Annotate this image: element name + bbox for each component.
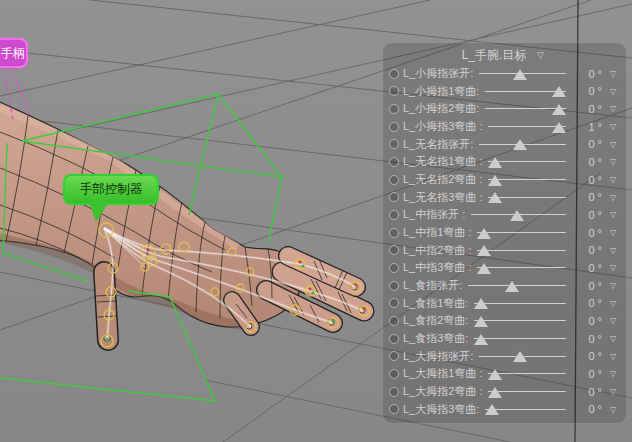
dropdown-caret-icon[interactable]: ▽ — [606, 193, 620, 202]
slider-value[interactable]: 1 ° — [572, 121, 602, 133]
slider-value[interactable]: 0 ° — [572, 191, 602, 203]
handle-tag[interactable]: 手柄 — [0, 38, 28, 68]
slider-value[interactable]: 0 ° — [572, 209, 602, 221]
slider-handle-icon[interactable] — [477, 245, 491, 256]
slider-value[interactable]: 0 ° — [572, 280, 602, 292]
slider-track[interactable] — [488, 367, 566, 381]
dropdown-caret-icon[interactable]: ▽ — [606, 210, 620, 219]
record-dot[interactable] — [389, 387, 399, 397]
dropdown-caret-icon[interactable]: ▽ — [606, 299, 620, 308]
slider-handle-icon[interactable] — [488, 192, 502, 203]
slider-value[interactable]: 0 ° — [572, 227, 602, 239]
slider-track[interactable] — [485, 402, 566, 416]
dropdown-caret-icon[interactable]: ▽ — [606, 69, 620, 78]
slider-handle-icon[interactable] — [485, 404, 499, 415]
record-dot[interactable] — [389, 281, 399, 291]
slider-track[interactable] — [474, 296, 566, 310]
slider-track[interactable] — [474, 332, 566, 346]
slider-handle-icon[interactable] — [488, 369, 502, 380]
slider-track[interactable] — [477, 261, 566, 275]
slider-value[interactable]: 0 ° — [572, 156, 602, 168]
record-dot[interactable] — [389, 86, 399, 96]
dropdown-caret-icon[interactable]: ▽ — [606, 405, 620, 414]
slider-track[interactable] — [479, 137, 566, 151]
hud-title-caret-icon[interactable]: ▽ — [533, 50, 547, 60]
slider-value[interactable]: 0 ° — [572, 386, 602, 398]
dropdown-caret-icon[interactable]: ▽ — [606, 87, 620, 96]
record-dot[interactable] — [389, 139, 399, 149]
slider-value[interactable]: 0 ° — [572, 68, 602, 80]
record-dot[interactable] — [389, 404, 399, 414]
slider-track[interactable] — [479, 349, 566, 363]
record-dot[interactable] — [389, 175, 399, 185]
dropdown-caret-icon[interactable]: ▽ — [606, 263, 620, 272]
dropdown-caret-icon[interactable]: ▽ — [606, 228, 620, 237]
record-dot[interactable] — [389, 263, 399, 273]
slider-value[interactable]: 0 ° — [572, 368, 602, 380]
slider-handle-icon[interactable] — [510, 210, 524, 221]
slider-track[interactable] — [485, 84, 566, 98]
record-dot[interactable] — [389, 351, 399, 361]
slider-handle-icon[interactable] — [474, 334, 488, 345]
record-dot[interactable] — [389, 228, 399, 238]
dropdown-caret-icon[interactable]: ▽ — [606, 175, 620, 184]
slider-value[interactable]: 0 ° — [572, 350, 602, 362]
slider-track[interactable] — [488, 120, 566, 134]
dropdown-caret-icon[interactable]: ▽ — [606, 334, 620, 343]
slider-value[interactable]: 0 ° — [572, 403, 602, 415]
slider-handle-icon[interactable] — [513, 69, 527, 80]
record-dot[interactable] — [389, 122, 399, 132]
dropdown-caret-icon[interactable]: ▽ — [606, 157, 620, 166]
slider-value[interactable]: 0 ° — [572, 333, 602, 345]
slider-track[interactable] — [477, 243, 566, 257]
record-dot[interactable] — [389, 192, 399, 202]
slider-handle-icon[interactable] — [474, 316, 488, 327]
slider-handle-icon[interactable] — [488, 175, 502, 186]
slider-track[interactable] — [479, 67, 566, 81]
record-dot[interactable] — [389, 334, 399, 344]
slider-value[interactable]: 0 ° — [572, 297, 602, 309]
hud-title-bar[interactable]: L_手腕.目标 ▽ — [383, 45, 626, 65]
slider-value[interactable]: 0 ° — [572, 103, 602, 115]
slider-track[interactable] — [488, 173, 566, 187]
slider-value[interactable]: 0 ° — [572, 244, 602, 256]
slider-track[interactable] — [488, 155, 566, 169]
dropdown-caret-icon[interactable]: ▽ — [606, 140, 620, 149]
slider-value[interactable]: 0 ° — [572, 138, 602, 150]
dropdown-caret-icon[interactable]: ▽ — [606, 316, 620, 325]
slider-handle-icon[interactable] — [552, 86, 566, 97]
slider-handle-icon[interactable] — [477, 228, 491, 239]
record-dot[interactable] — [389, 369, 399, 379]
slider-handle-icon[interactable] — [505, 281, 519, 292]
dropdown-caret-icon[interactable]: ▽ — [606, 369, 620, 378]
slider-track[interactable] — [485, 102, 566, 116]
hand-controller-tag[interactable]: 手部控制器 — [63, 174, 159, 205]
dropdown-caret-icon[interactable]: ▽ — [606, 352, 620, 361]
slider-track[interactable] — [468, 279, 566, 293]
record-dot[interactable] — [389, 157, 399, 167]
dropdown-caret-icon[interactable]: ▽ — [606, 246, 620, 255]
dropdown-caret-icon[interactable]: ▽ — [606, 122, 620, 131]
slider-track[interactable] — [488, 385, 566, 399]
hud-panel[interactable]: L_手腕.目标 ▽ L_小拇指张开:0 °▽L_小拇指1弯曲:0 °▽L_小拇指… — [382, 42, 627, 424]
record-dot[interactable] — [389, 104, 399, 114]
record-dot[interactable] — [389, 210, 399, 220]
record-dot[interactable] — [389, 69, 399, 79]
slider-handle-icon[interactable] — [552, 122, 566, 133]
slider-handle-icon[interactable] — [513, 351, 527, 362]
slider-value[interactable]: 0 ° — [572, 174, 602, 186]
slider-handle-icon[interactable] — [513, 139, 527, 150]
slider-value[interactable]: 0 ° — [572, 262, 602, 274]
viewport[interactable]: 手柄 手部控制器 L_手腕.目标 ▽ L_小拇指张开:0 °▽L_小拇指1弯曲:… — [0, 0, 632, 442]
slider-handle-icon[interactable] — [477, 263, 491, 274]
slider-handle-icon[interactable] — [552, 104, 566, 115]
slider-track[interactable] — [474, 314, 566, 328]
slider-handle-icon[interactable] — [488, 387, 502, 398]
slider-track[interactable] — [488, 190, 566, 204]
slider-handle-icon[interactable] — [488, 157, 502, 168]
slider-handle-icon[interactable] — [474, 298, 488, 309]
slider-track[interactable] — [471, 208, 566, 222]
record-dot[interactable] — [389, 245, 399, 255]
dropdown-caret-icon[interactable]: ▽ — [606, 104, 620, 113]
slider-track[interactable] — [477, 226, 566, 240]
